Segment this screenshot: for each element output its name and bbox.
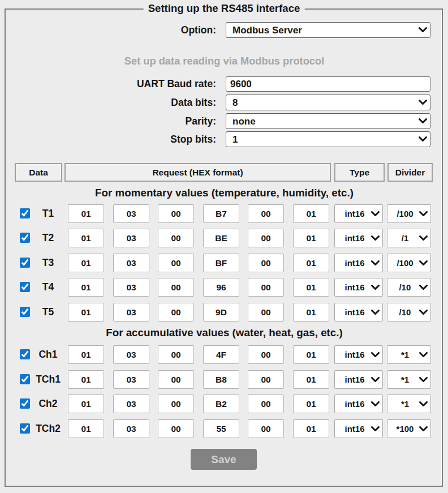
request-byte-input[interactable] [113, 370, 149, 389]
request-byte-input[interactable] [68, 204, 104, 223]
request-byte-input[interactable] [203, 395, 239, 413]
type-select[interactable]: int16 [334, 229, 383, 247]
request-byte-input[interactable] [113, 395, 149, 413]
request-byte-input[interactable] [158, 254, 194, 272]
divider-select[interactable]: *100 [387, 419, 431, 438]
request-byte-input[interactable] [248, 419, 284, 438]
type-select-t1: int16 [334, 204, 383, 223]
request-byte-input[interactable] [158, 345, 194, 364]
request-byte-input[interactable] [158, 419, 194, 438]
type-select[interactable]: int16 [334, 204, 383, 223]
row-enable-checkbox-tch2[interactable] [20, 423, 30, 434]
request-byte-input[interactable] [68, 419, 104, 438]
request-byte-input[interactable] [68, 370, 104, 389]
request-byte-input[interactable] [158, 229, 194, 247]
type-select[interactable]: int16 [334, 370, 383, 389]
type-select-t2: int16 [334, 229, 383, 247]
row-enable-checkbox-ch1[interactable] [20, 349, 30, 359]
request-byte-input[interactable] [248, 254, 284, 272]
option-select-wrap-select[interactable]: Modbus Server [226, 22, 430, 38]
request-byte-input[interactable] [158, 303, 194, 321]
request-byte-input[interactable] [293, 254, 329, 272]
request-byte-input[interactable] [293, 303, 329, 321]
request-byte-input[interactable] [293, 395, 329, 413]
row-enable-checkbox-t3[interactable] [20, 258, 30, 268]
stop-bits-select-wrap-select[interactable]: 1 [226, 131, 430, 147]
request-byte-input[interactable] [248, 204, 284, 223]
request-byte-input[interactable] [293, 278, 329, 297]
request-byte-input[interactable] [113, 229, 149, 247]
save-button[interactable]: Save [191, 449, 257, 470]
request-byte-input[interactable] [248, 345, 284, 364]
type-select-ch2: int16 [334, 395, 383, 413]
row-enable-checkbox-tch1[interactable] [20, 374, 30, 384]
row-enable-checkbox-t4[interactable] [20, 282, 30, 292]
request-byte-input[interactable] [113, 419, 149, 438]
request-byte-input[interactable] [203, 419, 239, 438]
divider-select[interactable]: /1 [387, 229, 431, 247]
request-byte-input[interactable] [248, 278, 284, 297]
request-byte-input[interactable] [113, 204, 149, 223]
fieldset-legend: Setting up the RS485 interface [144, 2, 305, 15]
divider-select[interactable]: /100 [387, 254, 431, 272]
request-byte-input[interactable] [293, 204, 329, 223]
request-byte-input[interactable] [158, 395, 194, 413]
request-byte-input[interactable] [68, 303, 104, 321]
type-select[interactable]: int16 [334, 419, 383, 438]
type-select[interactable]: int16 [334, 278, 383, 297]
request-byte-input[interactable] [203, 278, 239, 297]
type-select-t5: int16 [334, 303, 383, 321]
request-byte-input[interactable] [248, 303, 284, 321]
parity-select-wrap-select[interactable]: none [226, 113, 430, 129]
request-byte-input[interactable] [113, 254, 149, 272]
request-byte-input[interactable] [293, 419, 329, 438]
divider-select[interactable]: /10 [387, 278, 431, 297]
request-byte-input[interactable] [203, 303, 239, 321]
request-byte-input[interactable] [248, 395, 284, 413]
request-byte-input[interactable] [68, 229, 104, 247]
request-byte-input[interactable] [158, 278, 194, 297]
parity-select-wrap: none [226, 113, 430, 129]
request-byte-input[interactable] [68, 395, 104, 413]
request-byte-input[interactable] [248, 370, 284, 389]
request-byte-input[interactable] [203, 254, 239, 272]
request-byte-input[interactable] [68, 345, 104, 364]
stop-bits-label: Stop bits: [0, 131, 216, 147]
type-select[interactable]: int16 [334, 345, 383, 364]
request-byte-input[interactable] [203, 345, 239, 364]
request-byte-input[interactable] [293, 345, 329, 364]
request-byte-input[interactable] [113, 303, 149, 321]
divider-select[interactable]: *1 [387, 370, 431, 389]
row-enable-checkbox-t1[interactable] [20, 208, 30, 218]
data-bits-label: Data bits: [0, 95, 216, 110]
request-byte-input[interactable] [158, 204, 194, 223]
row-enable-checkbox-ch2[interactable] [20, 398, 30, 409]
request-byte-input[interactable] [203, 204, 239, 223]
row-label-ch1: Ch1 [30, 345, 66, 364]
divider-select[interactable]: *1 [387, 345, 431, 364]
request-byte-input[interactable] [248, 229, 284, 247]
request-byte-input[interactable] [113, 278, 149, 297]
data-bits-select-wrap-select[interactable]: 8 [226, 95, 430, 110]
request-byte-input[interactable] [293, 229, 329, 247]
request-byte-input[interactable] [203, 229, 239, 247]
type-select[interactable]: int16 [334, 254, 383, 272]
header-type: Type [334, 163, 385, 182]
row-enable-checkbox-t5[interactable] [20, 307, 30, 317]
type-select[interactable]: int16 [334, 395, 383, 413]
uart-baud-rate-input[interactable] [226, 76, 430, 92]
request-byte-input[interactable] [203, 370, 239, 389]
request-byte-input[interactable] [158, 370, 194, 389]
divider-select[interactable]: *1 [387, 395, 431, 413]
type-select[interactable]: int16 [334, 303, 383, 321]
divider-select[interactable]: /100 [387, 204, 431, 223]
header-request: Request (HEX format) [64, 163, 331, 182]
request-byte-input[interactable] [293, 370, 329, 389]
request-byte-input[interactable] [113, 345, 149, 364]
request-byte-input[interactable] [68, 254, 104, 272]
divider-select-ch1: *1 [387, 345, 431, 364]
section-title-accumulative: For accumulative values (water, heat, ga… [5, 327, 444, 339]
divider-select[interactable]: /10 [387, 303, 431, 321]
request-byte-input[interactable] [68, 278, 104, 297]
row-enable-checkbox-t2[interactable] [20, 233, 30, 243]
